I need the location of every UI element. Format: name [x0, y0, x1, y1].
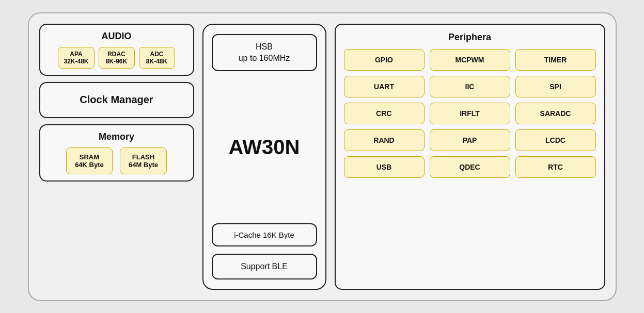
- middle-panel: HSBup to 160MHz AW30N i-Cache 16K Byte S…: [202, 24, 326, 290]
- periphera-panel: Periphera GPIOMCPWMTIMERUARTIICSPICRCIRF…: [335, 24, 605, 290]
- peri-chip-usb: USB: [344, 156, 425, 178]
- periphera-title: Periphera: [344, 32, 596, 43]
- peri-chip-irflt: IRFLT: [430, 103, 510, 124]
- memory-items: SRAM 64K Byte FLASH 64M Byte: [48, 147, 186, 174]
- memory-chip-flash: FLASH 64M Byte: [120, 147, 167, 174]
- peri-chip-gpio: GPIO: [344, 49, 425, 71]
- peri-chip-crc: CRC: [344, 103, 425, 124]
- memory-chip-sram: SRAM 64K Byte: [66, 147, 113, 174]
- chip-name-label: AW30N: [229, 78, 300, 216]
- clock-title: Clock Manager: [80, 94, 153, 106]
- peri-chip-saradc: SARADC: [515, 103, 596, 124]
- icache-box: i-Cache 16K Byte: [212, 223, 317, 246]
- audio-chip-apa: APA 32K-48K: [58, 47, 94, 69]
- hsb-box: HSBup to 160MHz: [212, 34, 317, 72]
- peri-chip-rand: RAND: [344, 129, 425, 151]
- peri-chip-spi: SPI: [515, 76, 596, 97]
- periphera-grid: GPIOMCPWMTIMERUARTIICSPICRCIRFLTSARADCRA…: [344, 49, 596, 178]
- peri-chip-lcdc: LCDC: [515, 129, 596, 151]
- audio-title: AUDIO: [48, 31, 186, 42]
- peri-chip-timer: TIMER: [515, 49, 596, 71]
- peri-chip-iic: IIC: [430, 76, 510, 97]
- audio-panel: AUDIO APA 32K-48K RDAC 8K-96K ADC 8K-48K: [39, 24, 194, 76]
- peri-chip-mcpwm: MCPWM: [430, 49, 510, 71]
- memory-panel: Memory SRAM 64K Byte FLASH 64M Byte: [39, 124, 194, 182]
- peri-chip-pap: PAP: [430, 129, 510, 151]
- audio-items: APA 32K-48K RDAC 8K-96K ADC 8K-48K: [48, 47, 186, 69]
- audio-chip-adc: ADC 8K-48K: [139, 47, 175, 69]
- peri-chip-rtc: RTC: [515, 156, 596, 178]
- middle-column: HSBup to 160MHz AW30N i-Cache 16K Byte S…: [202, 24, 326, 290]
- ble-box: Support BLE: [212, 254, 317, 279]
- clock-panel: Clock Manager: [39, 82, 194, 118]
- peri-chip-uart: UART: [344, 76, 425, 97]
- peri-chip-qdec: QDEC: [430, 156, 510, 178]
- memory-title: Memory: [48, 131, 186, 142]
- main-container: AUDIO APA 32K-48K RDAC 8K-96K ADC 8K-48K…: [28, 12, 617, 301]
- audio-chip-rdac: RDAC 8K-96K: [99, 47, 135, 69]
- right-column: Periphera GPIOMCPWMTIMERUARTIICSPICRCIRF…: [335, 24, 605, 290]
- left-column: AUDIO APA 32K-48K RDAC 8K-96K ADC 8K-48K…: [39, 24, 194, 290]
